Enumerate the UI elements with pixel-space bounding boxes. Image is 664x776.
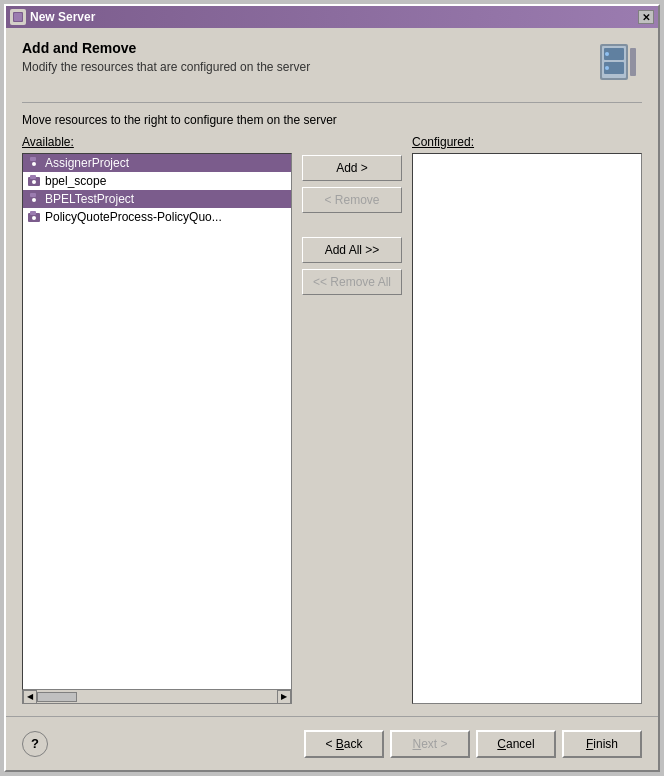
available-list[interactable]: AssignerProject bpel_scope xyxy=(22,153,292,690)
item-label: bpel_scope xyxy=(45,174,106,188)
svg-rect-6 xyxy=(630,48,636,76)
svg-rect-10 xyxy=(30,157,36,161)
svg-point-8 xyxy=(605,66,609,70)
scroll-right-btn[interactable]: ▶ xyxy=(277,690,291,704)
next-button[interactable]: Next > xyxy=(390,730,470,758)
list-item[interactable]: BPELTestProject xyxy=(23,190,291,208)
help-button[interactable]: ? xyxy=(22,731,48,757)
title-bar-left: New Server xyxy=(10,9,95,25)
footer-buttons: < Back Next > Cancel Finish xyxy=(304,730,642,758)
add-button[interactable]: Add > xyxy=(302,155,402,181)
available-label: Available: xyxy=(22,135,292,149)
footer-help: ? xyxy=(22,731,48,757)
project-icon xyxy=(27,174,41,188)
svg-rect-13 xyxy=(30,175,36,179)
window-icon xyxy=(10,9,26,25)
back-label: < Back xyxy=(325,737,362,751)
finish-label: Finish xyxy=(586,737,618,751)
cancel-label: Cancel xyxy=(497,737,534,751)
next-label: Next > xyxy=(412,737,447,751)
scroll-left-btn[interactable]: ◀ xyxy=(23,690,37,704)
list-item[interactable]: PolicyQuoteProcess-PolicyQuo... xyxy=(23,208,291,226)
content-area: Add and Remove Modify the resources that… xyxy=(6,28,658,716)
header-text: Add and Remove Modify the resources that… xyxy=(22,40,310,74)
header-section: Add and Remove Modify the resources that… xyxy=(22,40,642,88)
server-icon xyxy=(594,40,642,88)
item-label: BPELTestProject xyxy=(45,192,134,206)
title-bar: New Server ✕ xyxy=(6,6,658,28)
footer: ? < Back Next > Cancel Finish xyxy=(6,716,658,770)
add-all-button[interactable]: Add All >> xyxy=(302,237,402,263)
button-column: Add > < Remove Add All >> << Remove All xyxy=(292,135,412,704)
project-icon xyxy=(27,192,41,206)
configured-list[interactable] xyxy=(412,153,642,704)
scroll-track xyxy=(37,692,277,702)
instruction-text: Move resources to the right to configure… xyxy=(22,113,642,127)
remove-button[interactable]: < Remove xyxy=(302,187,402,213)
item-label: PolicyQuoteProcess-PolicyQuo... xyxy=(45,210,222,224)
svg-rect-16 xyxy=(30,193,36,197)
cancel-button[interactable]: Cancel xyxy=(476,730,556,758)
scroll-thumb[interactable] xyxy=(37,692,77,702)
finish-button[interactable]: Finish xyxy=(562,730,642,758)
svg-rect-19 xyxy=(30,211,36,215)
remove-all-button[interactable]: << Remove All xyxy=(302,269,402,295)
list-item[interactable]: AssignerProject xyxy=(23,154,291,172)
configured-label: Configured: xyxy=(412,135,642,149)
available-panel: Available: AssignerProject xyxy=(22,135,292,704)
panel-area: Available: AssignerProject xyxy=(22,135,642,704)
project-icon xyxy=(27,156,41,170)
svg-point-7 xyxy=(605,52,609,56)
svg-point-20 xyxy=(32,216,36,220)
svg-point-14 xyxy=(32,180,36,184)
main-window: New Server ✕ Add and Remove Modify the r… xyxy=(4,4,660,772)
svg-point-11 xyxy=(32,162,36,166)
window-title: New Server xyxy=(30,10,95,24)
configured-panel: Configured: xyxy=(412,135,642,704)
svg-point-17 xyxy=(32,198,36,202)
list-item[interactable]: bpel_scope xyxy=(23,172,291,190)
close-button[interactable]: ✕ xyxy=(638,10,654,24)
item-label: AssignerProject xyxy=(45,156,129,170)
svg-rect-1 xyxy=(14,13,22,21)
project-icon xyxy=(27,210,41,224)
header-divider xyxy=(22,102,642,103)
dialog-title: Add and Remove xyxy=(22,40,310,56)
dialog-subtitle: Modify the resources that are configured… xyxy=(22,60,310,74)
horizontal-scrollbar[interactable]: ◀ ▶ xyxy=(22,690,292,704)
back-button[interactable]: < Back xyxy=(304,730,384,758)
